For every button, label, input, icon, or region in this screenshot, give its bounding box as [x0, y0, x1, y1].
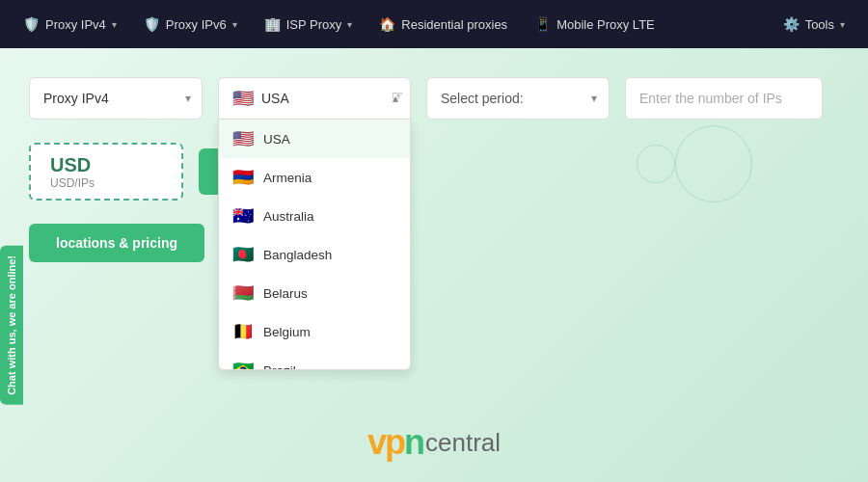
- chevron-down-icon: ▾: [347, 19, 352, 30]
- watermark-n-text: n: [404, 422, 423, 463]
- selected-country: USA: [261, 91, 289, 106]
- nav-tools-label: Tools: [805, 17, 834, 32]
- cursor: ☞: [392, 88, 404, 103]
- period-selector[interactable]: Select period: ▾: [426, 77, 610, 120]
- navbar: 🛡️ Proxy IPv4 ▾ 🛡️ Proxy IPv6 ▾ 🏢 ISP Pr…: [0, 0, 868, 48]
- nav-mobile-proxy-label: Mobile Proxy LTE: [556, 17, 655, 32]
- country-select-box[interactable]: 🇺🇸 USA ▴ ☞: [218, 77, 411, 120]
- selected-flag: 🇺🇸: [232, 88, 254, 109]
- nav-proxy-ipv6[interactable]: 🛡️ Proxy IPv6 ▾: [132, 11, 249, 38]
- isp-proxy-icon: 🏢: [264, 16, 281, 32]
- chevron-down-icon: ▾: [840, 19, 845, 30]
- country-option-brazil[interactable]: 🇧🇷 Brazil: [219, 351, 410, 370]
- armenia-flag: 🇦🇲: [232, 167, 254, 188]
- country-option-belarus[interactable]: 🇧🇾 Belarus: [219, 274, 410, 312]
- locations-pricing-button[interactable]: locations & pricing: [29, 224, 204, 262]
- proxy-type-select-box[interactable]: Proxy IPv4 ▾: [29, 77, 203, 120]
- country-option-usa[interactable]: 🇺🇸 USA: [219, 120, 410, 158]
- country-label: USA: [263, 132, 290, 147]
- residential-proxies-icon: 🏠: [379, 16, 395, 32]
- chevron-down-icon: ▾: [591, 92, 597, 105]
- tools-icon: ⚙️: [783, 16, 800, 32]
- locations-row: locations & pricing: [29, 224, 839, 262]
- period-placeholder: Select period:: [441, 91, 524, 106]
- chevron-down-icon: ▾: [185, 92, 191, 105]
- nav-residential-proxies-label: Residential proxies: [401, 17, 507, 32]
- country-label: Belarus: [263, 286, 308, 301]
- nav-proxy-ipv4[interactable]: 🛡️ Proxy IPv4 ▾: [12, 11, 128, 38]
- country-label: Australia: [263, 209, 314, 224]
- mobile-proxy-icon: 📱: [534, 16, 551, 32]
- proxy-ipv4-icon: 🛡️: [23, 16, 40, 32]
- proxy-type-value: Proxy IPv4: [43, 91, 109, 106]
- brazil-flag: 🇧🇷: [232, 360, 254, 370]
- country-label: Brazil: [263, 363, 296, 371]
- chat-widget[interactable]: Chat with us, we are online!: [0, 246, 23, 405]
- watermark-vpn-text: vp: [367, 422, 404, 463]
- chat-label: Chat with us, we are online!: [6, 255, 17, 395]
- bangladesh-flag: 🇧🇩: [232, 244, 254, 265]
- period-select-box[interactable]: Select period: ▾: [426, 77, 610, 120]
- country-label: Bangladesh: [263, 248, 332, 262]
- nav-tools[interactable]: ⚙️ Tools ▾: [772, 11, 856, 38]
- chevron-down-icon: ▾: [232, 19, 237, 30]
- price-row: USD USD/IPs Buy proxy: [29, 143, 839, 201]
- proxy-type-selector[interactable]: Proxy IPv4 ▾: [29, 77, 203, 120]
- country-option-australia[interactable]: 🇦🇺 Australia: [219, 197, 410, 235]
- country-option-armenia[interactable]: 🇦🇲 Armenia: [219, 158, 410, 197]
- nav-mobile-proxy-lte[interactable]: 📱 Mobile Proxy LTE: [523, 11, 666, 38]
- nav-isp-proxy-label: ISP Proxy: [286, 17, 342, 32]
- watermark: vp n central: [367, 422, 501, 463]
- usa-flag: 🇺🇸: [232, 128, 254, 149]
- price-display: USD USD/IPs: [29, 143, 183, 201]
- australia-flag: 🇦🇺: [232, 205, 254, 227]
- country-selector[interactable]: 🇺🇸 USA ▴ ☞ 🇺🇸 USA 🇦🇲 Armenia 🇦🇺 Australi…: [218, 77, 411, 120]
- form-row: Proxy IPv4 ▾ 🇺🇸 USA ▴ ☞ 🇺🇸 USA 🇦🇲 Armeni…: [29, 77, 839, 120]
- nav-residential-proxies[interactable]: 🏠 Residential proxies: [367, 11, 519, 38]
- locations-label: locations & pricing: [56, 235, 177, 251]
- country-option-belgium[interactable]: 🇧🇪 Belgium: [219, 312, 410, 351]
- nav-proxy-ipv4-label: Proxy IPv4: [45, 17, 106, 32]
- price-amount: USD: [50, 154, 162, 176]
- belarus-flag: 🇧🇾: [232, 282, 254, 304]
- country-label: Belgium: [263, 325, 311, 339]
- nav-proxy-ipv6-label: Proxy IPv6: [166, 17, 227, 32]
- country-label: Armenia: [263, 171, 312, 185]
- country-option-bangladesh[interactable]: 🇧🇩 Bangladesh: [219, 235, 410, 274]
- watermark-central-text: central: [425, 428, 501, 458]
- main-content: Chat with us, we are online! Proxy IPv4 …: [0, 48, 868, 482]
- ip-count-input[interactable]: [625, 77, 823, 120]
- price-per-unit: USD/IPs: [50, 176, 162, 190]
- proxy-ipv6-icon: 🛡️: [144, 16, 160, 32]
- nav-isp-proxy[interactable]: 🏢 ISP Proxy ▾: [253, 11, 365, 38]
- chevron-down-icon: ▾: [112, 19, 117, 30]
- belgium-flag: 🇧🇪: [232, 321, 254, 342]
- country-dropdown-list: 🇺🇸 USA 🇦🇲 Armenia 🇦🇺 Australia 🇧🇩 Bangla…: [218, 120, 411, 370]
